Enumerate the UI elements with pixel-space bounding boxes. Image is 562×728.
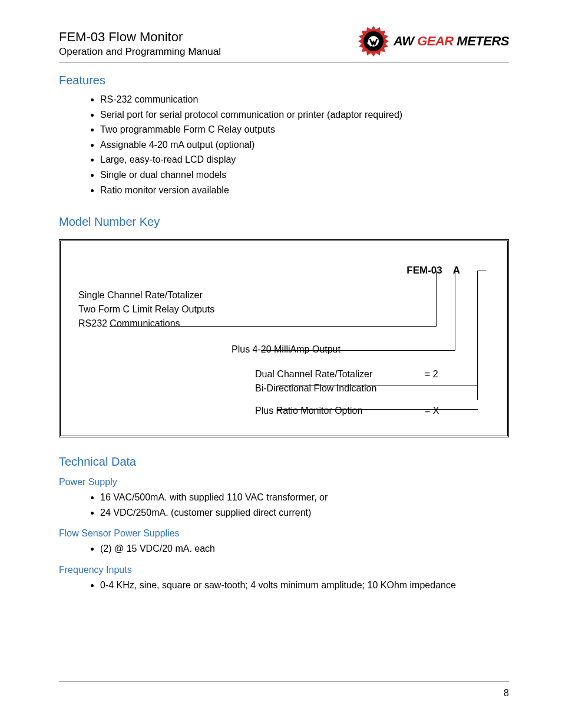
power-supply-list: 16 VAC/500mA. with supplied 110 VAC tran…: [59, 490, 509, 520]
text-line: RS232 Communications: [78, 317, 490, 331]
list-item: 16 VAC/500mA. with supplied 110 VAC tran…: [100, 490, 509, 505]
text-line: Single Channel Rate/Totalizer: [78, 288, 490, 302]
list-item: Assignable 4-20 mA output (optional): [100, 137, 509, 153]
frequency-inputs-list: 0-4 KHz, sine, square or saw-tooth; 4 vo…: [59, 578, 509, 593]
text-line: Bi-Directional Flow Indication: [255, 381, 425, 396]
model-key-code: FEM-03A: [78, 265, 490, 276]
text-line: Two Form C Limit Relay Outputs: [78, 302, 490, 317]
option-code: = 2: [425, 367, 460, 396]
model-key-heading: Model Number Key: [59, 215, 509, 229]
list-item: Single or dual channel models: [100, 167, 509, 183]
list-item: (2) @ 15 VDC/20 mA. each: [100, 541, 509, 556]
model-key-base: Single Channel Rate/Totalizer Two Form C…: [78, 288, 490, 331]
page-header: FEM-03 Flow Monitor Operation and Progra…: [59, 29, 509, 63]
list-item: Two programmable Form C Relay outputs: [100, 122, 509, 137]
features-list: RS-232 communication Serial port for ser…: [59, 92, 509, 197]
list-item: Ratio monitor version available: [100, 183, 509, 198]
frequency-inputs-heading: Frequency Inputs: [59, 565, 509, 575]
model-key-option: Plus 4-20 MilliAmp Output: [78, 342, 490, 357]
page-number: 8: [504, 688, 509, 698]
document-title: FEM-03 Flow Monitor: [59, 29, 221, 45]
model-key-option: Plus Ratio Monitor Option = X: [78, 404, 490, 418]
list-item: 0-4 KHz, sine, square or saw-tooth; 4 vo…: [100, 578, 509, 593]
text-line: Plus Ratio Monitor Option: [255, 404, 425, 418]
text-line: Dual Channel Rate/Totalizer: [255, 367, 425, 381]
features-heading: Features: [59, 74, 509, 87]
list-item: 24 VDC/250mA. (customer supplied direct …: [100, 505, 509, 521]
list-item: Large, easy-to-read LCD display: [100, 152, 509, 167]
list-item: RS-232 communication: [100, 92, 509, 107]
flow-sensor-list: (2) @ 15 VDC/20 mA. each: [59, 541, 509, 556]
document-subtitle: Operation and Programming Manual: [59, 46, 221, 58]
option-code: = X: [425, 404, 460, 418]
list-item: Serial port for serial protocol communic…: [100, 107, 509, 123]
power-supply-heading: Power Supply: [59, 477, 509, 487]
page-footer: 8: [59, 681, 509, 699]
brand-logo: AW GEAR METERS: [357, 25, 509, 58]
model-key-diagram: FEM-03A Single Channel Rate/Totalizer Tw…: [59, 239, 509, 437]
flow-sensor-heading: Flow Sensor Power Supplies: [59, 528, 509, 539]
technical-data-heading: Technical Data: [59, 455, 509, 469]
brand-text: AW GEAR METERS: [394, 34, 509, 49]
gear-icon: [357, 25, 390, 58]
model-key-option: Dual Channel Rate/Totalizer Bi-Direction…: [78, 367, 490, 396]
